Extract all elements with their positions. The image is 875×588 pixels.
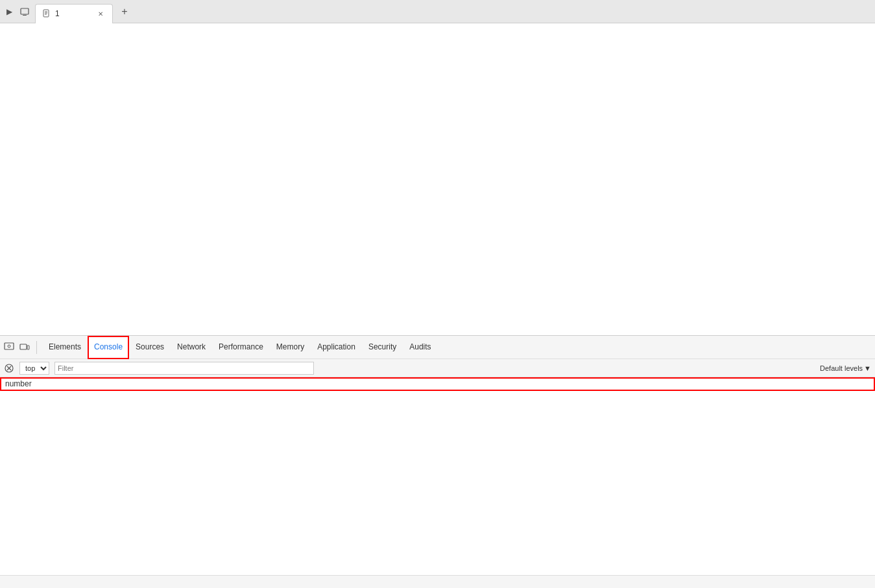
tab-title: 1	[55, 9, 93, 18]
status-bar	[0, 575, 875, 588]
tab-page-icon	[42, 9, 51, 18]
new-tab-button[interactable]: +	[115, 3, 134, 21]
console-context-select[interactable]: top	[19, 362, 49, 375]
svg-rect-8	[20, 344, 27, 349]
tab-bar-left-icons: ▶	[3, 5, 31, 18]
console-entry: number	[0, 377, 875, 391]
browser-content: Elements Console Sources Network Perform…	[0, 23, 875, 588]
inspect-element-icon[interactable]	[3, 341, 16, 354]
tab-application[interactable]: Application	[311, 336, 362, 359]
console-content: number	[0, 377, 875, 575]
tab-sources[interactable]: Sources	[129, 336, 171, 359]
svg-rect-6	[5, 343, 14, 349]
console-toolbar: top Default levels ▼	[0, 359, 875, 377]
tab-performance[interactable]: Performance	[212, 336, 270, 359]
svg-rect-0	[21, 8, 29, 14]
svg-point-7	[8, 345, 10, 347]
tab-memory[interactable]: Memory	[270, 336, 311, 359]
browser-tab-bar: ▶ 1 ✕ +	[0, 0, 875, 23]
tab-console[interactable]: Console	[88, 336, 129, 359]
svg-rect-1	[23, 15, 27, 16]
page-area	[0, 23, 875, 335]
device-emulation-icon[interactable]	[18, 341, 31, 354]
console-filter-input[interactable]	[54, 362, 314, 375]
clear-console-icon[interactable]	[4, 363, 14, 373]
devtools-panel: Elements Console Sources Network Perform…	[0, 335, 875, 575]
console-entry-text: number	[5, 379, 32, 388]
tab-network[interactable]: Network	[171, 336, 212, 359]
tab-close-button[interactable]: ✕	[95, 8, 106, 19]
svg-rect-9	[27, 346, 29, 349]
tab-security[interactable]: Security	[362, 336, 403, 359]
tab-audits[interactable]: Audits	[403, 336, 437, 359]
devtools-tabbar: Elements Console Sources Network Perform…	[0, 336, 875, 359]
device-icon[interactable]	[18, 5, 31, 18]
devtools-toolbar-icons	[3, 341, 37, 354]
browser-tab-1[interactable]: 1 ✕	[35, 4, 113, 23]
tab-elements[interactable]: Elements	[42, 336, 88, 359]
expand-icon[interactable]: ▶	[3, 5, 16, 18]
console-levels-button[interactable]: Default levels ▼	[820, 364, 871, 372]
